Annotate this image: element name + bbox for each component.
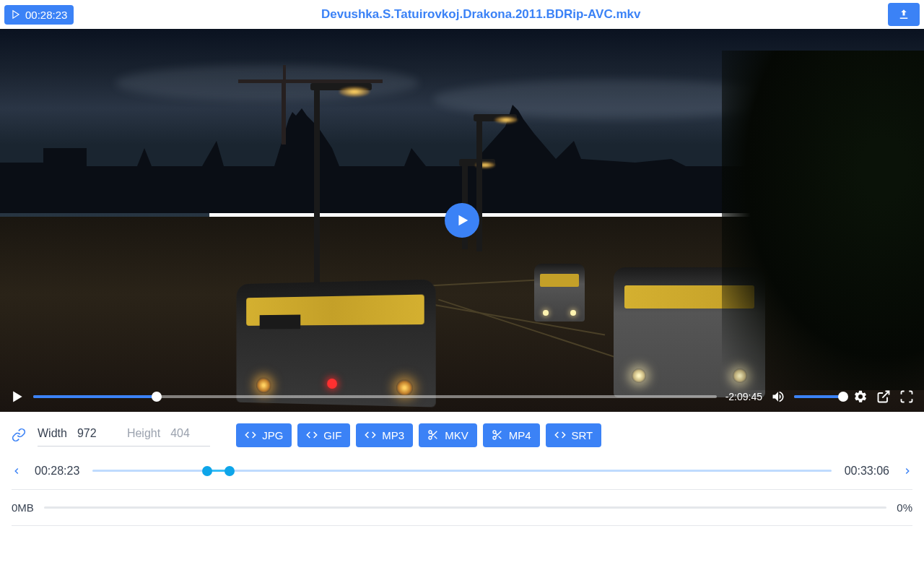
code-icon [245, 429, 256, 441]
code-icon [554, 429, 566, 441]
upload-icon [897, 8, 910, 21]
fullscreen-button[interactable] [899, 389, 914, 404]
svg-line-7 [435, 436, 437, 439]
range-next-button[interactable] [902, 466, 912, 476]
range-slider[interactable] [92, 470, 831, 472]
format-label: MP3 [382, 429, 404, 441]
dimension-inputs: Width Height [38, 424, 210, 447]
svg-line-3 [882, 392, 889, 398]
width-input[interactable] [77, 427, 117, 440]
format-buttons: JPG GIF MP3 MKV MP4 SRT [236, 423, 601, 447]
link-icon [12, 428, 26, 442]
progress-size: 0MB [12, 501, 34, 514]
svg-line-8 [432, 433, 434, 435]
gear-icon [853, 389, 868, 404]
height-input[interactable] [170, 427, 210, 440]
export-jpg-button[interactable]: JPG [236, 423, 292, 447]
player-controls: -2:09:45 [0, 381, 924, 412]
upload-button[interactable] [888, 3, 920, 26]
chevron-left-icon [12, 466, 22, 476]
progress-bar [44, 506, 886, 509]
play-button[interactable] [10, 389, 25, 404]
format-label: MKV [445, 429, 468, 441]
height-label: Height [127, 427, 160, 440]
svg-point-9 [493, 431, 496, 434]
timestamp-button-label: 00:28:23 [25, 9, 67, 21]
pip-button[interactable] [876, 389, 891, 404]
format-label: SRT [572, 429, 593, 441]
time-remaining: -2:09:45 [725, 391, 762, 402]
dimensions-row: Width Height JPG GIF MP3 MKV [12, 418, 912, 452]
play-icon [454, 212, 470, 228]
seek-bar[interactable] [33, 395, 717, 398]
file-title: Devushka.S.Tatuirovkoj.Drakona.2011.BDRi… [74, 7, 888, 22]
scissors-icon [427, 429, 439, 441]
video-player[interactable]: -2:09:45 [0, 29, 924, 412]
volume-slider[interactable] [794, 395, 845, 398]
svg-point-5 [429, 436, 432, 439]
width-label: Width [38, 427, 67, 440]
format-label: MP4 [509, 429, 531, 441]
timestamp-button[interactable]: 00:28:23 [4, 5, 74, 25]
export-mp4-button[interactable]: MP4 [483, 423, 540, 447]
export-gif-button[interactable]: GIF [297, 423, 350, 447]
format-label: GIF [323, 429, 341, 441]
play-outline-icon [11, 9, 21, 20]
settings-button[interactable] [853, 389, 868, 404]
big-play-button[interactable] [445, 203, 479, 238]
format-label: JPG [262, 429, 283, 441]
chevron-right-icon [902, 466, 912, 476]
range-start-time: 00:28:23 [35, 465, 79, 478]
header-bar: 00:28:23 Devushka.S.Tatuirovkoj.Drakona.… [0, 0, 924, 29]
export-mkv-button[interactable]: MKV [419, 423, 477, 447]
svg-point-10 [493, 436, 496, 439]
scissors-icon [492, 429, 503, 441]
play-icon [10, 389, 25, 404]
svg-marker-2 [13, 392, 22, 402]
code-icon [365, 429, 376, 441]
export-mp3-button[interactable]: MP3 [356, 423, 413, 447]
export-srt-button[interactable]: SRT [546, 423, 602, 447]
fullscreen-icon [899, 389, 914, 404]
svg-line-13 [495, 433, 497, 435]
link-dimensions-button[interactable] [12, 428, 26, 442]
code-icon [306, 429, 318, 441]
svg-marker-0 [13, 11, 19, 19]
svg-marker-1 [458, 215, 468, 226]
progress-row: 0MB 0% [12, 490, 912, 526]
external-icon [876, 389, 891, 404]
svg-line-12 [498, 436, 501, 439]
range-end-time: 00:33:06 [845, 465, 889, 478]
trim-range-row: 00:28:23 00:33:06 [12, 452, 912, 490]
svg-point-4 [429, 431, 432, 434]
volume-button[interactable] [771, 389, 785, 404]
progress-percent: 0% [897, 501, 912, 514]
editor-panel: Width Height JPG GIF MP3 MKV [0, 412, 924, 526]
range-prev-button[interactable] [12, 466, 22, 476]
volume-icon [771, 389, 785, 404]
